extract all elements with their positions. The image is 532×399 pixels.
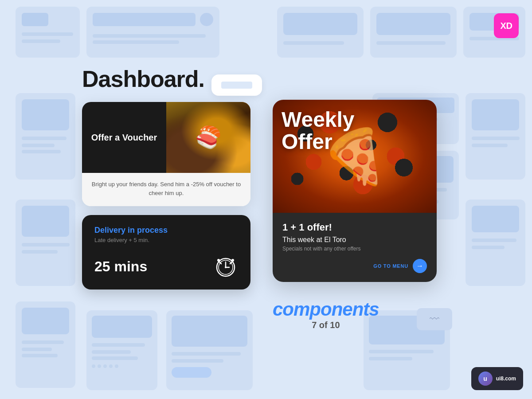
weekly-offer-card: Weekly Offer 1 + 1 offer! This week at E… bbox=[273, 100, 437, 282]
page-title: Dashboard. bbox=[82, 66, 204, 92]
weekly-offer-image: Weekly Offer bbox=[273, 100, 437, 213]
voucher-description: Bright up your friends day. Send him a -… bbox=[91, 180, 242, 197]
delivery-bottom: 25 mins bbox=[94, 254, 238, 279]
main-content: Offer a Voucher Bright up your friends d… bbox=[82, 102, 250, 289]
goto-menu-label: GO TO MENU bbox=[373, 263, 408, 269]
ui8-badge: u ui8.com bbox=[471, 367, 523, 390]
components-count: 7 of 10 bbox=[273, 320, 379, 330]
wf-card bbox=[16, 7, 80, 58]
offer-location: This week at El Toro bbox=[282, 236, 427, 244]
offer-terms: Specials not with any other offers bbox=[282, 246, 427, 252]
wf-card bbox=[277, 7, 364, 58]
voucher-image bbox=[166, 102, 250, 173]
components-label: components 7 of 10 bbox=[273, 299, 379, 330]
wf-card bbox=[86, 7, 219, 58]
wf-card bbox=[16, 301, 75, 388]
svg-point-7 bbox=[217, 259, 220, 262]
wf-card bbox=[466, 93, 525, 180]
delivery-card: Delivery in process Late delivery + 5 mi… bbox=[82, 215, 250, 289]
ui8-icon: u bbox=[478, 372, 493, 386]
weekly-offer-body: 1 + 1 offer! This week at El Toro Specia… bbox=[273, 213, 437, 282]
wf-card bbox=[16, 93, 75, 180]
goto-menu-button[interactable]: → bbox=[413, 259, 427, 273]
svg-point-8 bbox=[231, 259, 234, 262]
title-badge bbox=[211, 74, 262, 96]
components-title: components bbox=[273, 299, 379, 320]
svg-point-4 bbox=[225, 266, 227, 268]
voucher-top: Offer a Voucher bbox=[82, 102, 250, 173]
wf-card bbox=[166, 310, 253, 390]
wf-card bbox=[370, 7, 457, 58]
wf-card bbox=[16, 200, 75, 286]
voucher-card: Offer a Voucher Bright up your friends d… bbox=[82, 102, 250, 206]
scroll-indicator: 〰 bbox=[417, 308, 452, 330]
weekly-offer-title: Weekly Offer bbox=[282, 109, 355, 153]
voucher-text-area: Offer a Voucher bbox=[82, 102, 166, 173]
xd-badge: XD bbox=[494, 13, 519, 38]
wf-card bbox=[466, 200, 525, 286]
delivery-time: 25 mins bbox=[94, 258, 147, 275]
delivery-subtitle: Late delivery + 5 min. bbox=[94, 237, 238, 243]
delivery-label: Delivery in process bbox=[94, 226, 238, 235]
wf-card bbox=[86, 310, 157, 390]
clock-icon bbox=[213, 254, 238, 279]
voucher-body: Bright up your friends day. Send him a -… bbox=[82, 173, 250, 206]
goto-menu-row: GO TO MENU → bbox=[282, 259, 427, 273]
weekly-offer-title-area: Weekly Offer bbox=[282, 109, 355, 153]
background-wireframes: 〰 bbox=[0, 0, 532, 399]
voucher-title: Offer a Voucher bbox=[91, 132, 157, 143]
arrow-right-icon: → bbox=[416, 262, 423, 270]
ui8-text: ui8.com bbox=[496, 376, 516, 382]
offer-headline: 1 + 1 offer! bbox=[282, 222, 427, 233]
